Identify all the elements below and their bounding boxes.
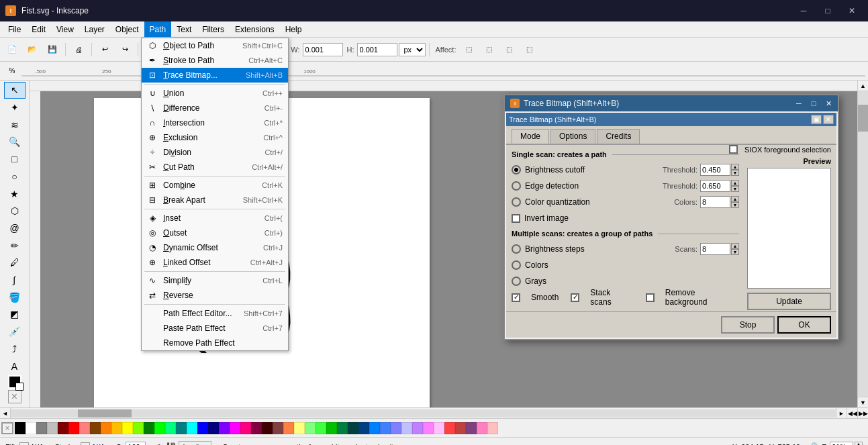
tool-zoom[interactable]: 🔍	[4, 134, 26, 150]
tool-text[interactable]: A	[4, 358, 26, 375]
scroll-right-btn[interactable]: ►	[836, 408, 847, 419]
palette-color-swatch[interactable]	[111, 422, 122, 434]
palette-color-swatch[interactable]	[154, 422, 165, 434]
menu-path[interactable]: Path	[144, 21, 172, 37]
menu-item-linked-offset[interactable]: ⊕ Linked Offset Ctrl+Alt+J	[142, 255, 288, 270]
open-button[interactable]: 📂	[23, 40, 42, 59]
tool-tweak[interactable]: ≋	[4, 116, 26, 133]
ok-button[interactable]: OK	[777, 316, 831, 334]
edge-threshold-input[interactable]	[700, 180, 730, 192]
affect-btn-1[interactable]: ⬚	[459, 40, 478, 59]
palette-color-swatch[interactable]	[122, 422, 133, 434]
menu-item-break-apart[interactable]: ⊟ Break Apart Shift+Ctrl+K	[142, 193, 288, 207]
colors-input[interactable]	[700, 196, 730, 208]
palette-color-swatch[interactable]	[251, 422, 262, 434]
menu-item-cut-path[interactable]: ✂ Cut Path Ctrl+Alt+/	[142, 160, 288, 175]
tool-rect[interactable]: □	[4, 151, 26, 168]
palette-color-swatch[interactable]	[455, 422, 466, 434]
tool-star[interactable]: ★	[4, 185, 26, 202]
palette-color-swatch[interactable]	[477, 422, 487, 434]
palette-color-swatch[interactable]	[337, 422, 348, 434]
menu-object[interactable]: Object	[110, 21, 144, 37]
scroll-up-btn[interactable]: ▲	[858, 81, 868, 91]
menu-item-outset[interactable]: ◎ Outset Ctrl+)	[142, 226, 288, 240]
page-prev-btn[interactable]: ◀◀	[847, 408, 857, 419]
edge-down-btn[interactable]: ▼	[731, 186, 739, 192]
menu-item-difference[interactable]: ∖ Difference Ctrl+-	[142, 101, 288, 115]
menu-filters[interactable]: Filters	[197, 21, 230, 37]
save-button[interactable]: 💾	[43, 40, 62, 59]
colors-up-btn[interactable]: ▲	[731, 196, 739, 202]
menu-item-dynamic-offset[interactable]: ◔ Dynamic Offset Ctrl+J	[142, 240, 288, 255]
affect-btn-3[interactable]: ⬚	[499, 40, 518, 59]
dialog-min-btn[interactable]: ─	[792, 98, 806, 109]
zoom-input[interactable]	[830, 442, 853, 446]
palette-color-swatch[interactable]	[326, 422, 337, 434]
menu-help[interactable]: Help	[280, 21, 307, 37]
page-next-btn[interactable]: ▶▶	[857, 408, 868, 419]
dialog-inner-close-btn[interactable]: ✕	[823, 115, 834, 124]
print-button[interactable]: 🖨	[69, 40, 88, 59]
dialog-close-btn[interactable]: ✕	[822, 98, 835, 109]
brightness-down-btn[interactable]: ▼	[731, 170, 739, 176]
scroll-h-track[interactable]	[11, 409, 836, 417]
palette-color-swatch[interactable]	[380, 422, 391, 434]
palette-color-swatch[interactable]	[294, 422, 305, 434]
palette-color-swatch[interactable]	[466, 422, 477, 434]
palette-color-swatch[interactable]	[423, 422, 434, 434]
palette-color-swatch[interactable]	[240, 422, 251, 434]
tool-node[interactable]: ✦	[4, 99, 26, 116]
scrollbar-horizontal[interactable]: ◄ ► ◀◀ ▶▶	[0, 407, 868, 418]
menu-item-stroke-to-path[interactable]: ✒ Stroke to Path Ctrl+Alt+C	[142, 53, 288, 68]
titlebar-controls[interactable]: ─ □ ✕	[793, 4, 863, 17]
zoom-spinner[interactable]: ▲ ▼	[855, 442, 863, 446]
palette-color-swatch[interactable]	[444, 422, 455, 434]
palette-color-swatch[interactable]	[273, 422, 283, 434]
tab-mode[interactable]: Mode	[512, 129, 549, 144]
remove-bg-checkbox[interactable]	[646, 293, 655, 302]
dialog-inner-restore-btn[interactable]: ▣	[811, 115, 822, 124]
dialog-inner-controls[interactable]: ▣ ✕	[811, 115, 834, 124]
tool-pen[interactable]: 🖊	[4, 254, 26, 271]
w-input[interactable]	[303, 43, 343, 56]
palette-color-swatch[interactable]	[176, 422, 187, 434]
palette-color-swatch[interactable]	[487, 422, 498, 434]
tool-eyedropper[interactable]: 💉	[4, 324, 26, 340]
palette-color-swatch[interactable]	[369, 422, 380, 434]
menu-file[interactable]: File	[3, 21, 26, 37]
menu-edit[interactable]: Edit	[26, 21, 51, 37]
menu-item-exclusion[interactable]: ⊕ Exclusion Ctrl+^	[142, 130, 288, 145]
stop-button[interactable]: Stop	[721, 316, 775, 334]
palette-color-swatch[interactable]	[68, 422, 79, 434]
palette-color-swatch[interactable]	[101, 422, 111, 434]
palette-color-swatch[interactable]	[187, 422, 197, 434]
edge-up-btn[interactable]: ▲	[731, 180, 739, 186]
palette-color-swatch[interactable]	[434, 422, 444, 434]
brightness-cutoff-radio[interactable]	[512, 165, 521, 175]
dialog-controls[interactable]: ─ □ ✕	[792, 98, 835, 109]
palette-color-swatch[interactable]	[305, 422, 316, 434]
brightness-steps-radio[interactable]	[512, 244, 521, 254]
h-input[interactable]	[357, 43, 397, 56]
scroll-left-btn[interactable]: ◄	[0, 408, 11, 419]
tool-gradient[interactable]: ◩	[4, 306, 26, 323]
edge-spinner[interactable]: ▲ ▼	[731, 180, 739, 192]
smooth-checkbox[interactable]	[512, 293, 520, 302]
palette-color-swatch[interactable]	[26, 422, 36, 434]
scans-up-btn[interactable]: ▲	[731, 243, 739, 249]
tool-bucket[interactable]: 🪣	[4, 289, 26, 305]
siox-checkbox[interactable]	[729, 145, 738, 154]
maximize-button[interactable]: □	[817, 4, 838, 17]
palette-color-swatch[interactable]	[412, 422, 423, 434]
palette-color-swatch[interactable]	[47, 422, 58, 434]
layer-select[interactable]: (root)	[179, 441, 211, 446]
palette-color-swatch[interactable]	[144, 422, 154, 434]
tool-connector[interactable]: ⤴	[4, 341, 26, 358]
palette-color-swatch[interactable]	[58, 422, 68, 434]
menu-extensions[interactable]: Extensions	[230, 21, 280, 37]
menu-item-remove-path-effect[interactable]: Remove Path Effect	[142, 336, 288, 350]
redo-button[interactable]: ↪	[115, 40, 134, 59]
dialog-max-btn[interactable]: □	[807, 98, 820, 109]
menu-text[interactable]: Text	[171, 21, 197, 37]
scans-spinner[interactable]: ▲ ▼	[731, 243, 739, 255]
